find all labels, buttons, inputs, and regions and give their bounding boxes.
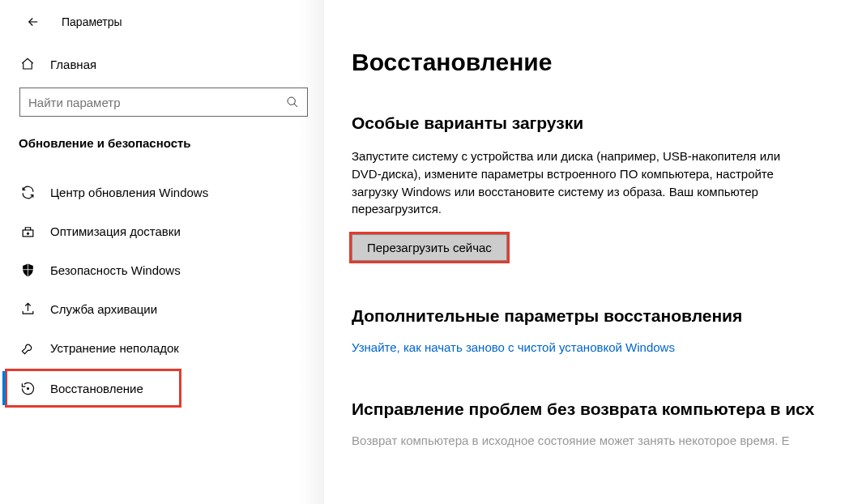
- nav-item-label: Служба архивации: [50, 302, 157, 316]
- nav-item-troubleshoot[interactable]: Устранение неполадок: [0, 328, 324, 367]
- page-title: Восстановление: [352, 49, 858, 76]
- recovery-icon: [19, 380, 36, 396]
- search-icon: [286, 96, 299, 109]
- svg-point-2: [27, 387, 28, 389]
- search-input[interactable]: [28, 96, 286, 109]
- nav-item-label: Восстановление: [50, 382, 143, 395]
- section-fix-problems: Исправление проблем без возврата компьют…: [352, 399, 858, 447]
- backup-icon: [19, 301, 36, 317]
- nav-item-label: Центр обновления Windows: [50, 186, 208, 199]
- home-icon: [19, 57, 36, 71]
- section-body: Запустите систему с устройства или диска…: [352, 147, 809, 218]
- section-heading: Дополнительные параметры восстановления: [352, 306, 858, 326]
- header-row: Параметры: [0, 6, 324, 49]
- sidebar: Параметры Главная Обновление и безопасно…: [0, 0, 324, 504]
- fresh-install-link[interactable]: Узнайте, как начать заново с чистой уста…: [352, 340, 858, 354]
- section-heading: Особые варианты загрузки: [352, 113, 858, 133]
- nav-item-recovery[interactable]: Восстановление: [5, 369, 181, 408]
- nav-home[interactable]: Главная: [0, 49, 324, 79]
- nav-item-label: Безопасность Windows: [50, 263, 181, 277]
- nav-item-backup[interactable]: Служба архивации: [0, 289, 324, 328]
- nav-item-delivery-optimization[interactable]: Оптимизация доставки: [0, 211, 324, 250]
- search-box[interactable]: [19, 88, 308, 117]
- nav-item-label: Оптимизация доставки: [50, 224, 181, 238]
- nav-item-update-center[interactable]: Центр обновления Windows: [0, 173, 324, 211]
- svg-point-0: [288, 97, 295, 105]
- section-faded-text: Возврат компьютера в исходное состояние …: [352, 434, 858, 447]
- section-heading: Исправление проблем без возврата компьют…: [352, 399, 858, 419]
- nav-item-windows-security[interactable]: Безопасность Windows: [0, 250, 324, 289]
- restart-now-button[interactable]: Перезагрузить сейчас: [352, 234, 507, 261]
- section-more-recovery: Дополнительные параметры восстановления …: [352, 306, 858, 354]
- nav-item-label: Устранение неполадок: [50, 341, 179, 355]
- sync-icon: [19, 184, 36, 200]
- header-title: Параметры: [62, 15, 122, 28]
- nav-home-label: Главная: [50, 58, 96, 71]
- sidebar-section-title: Обновление и безопасность: [0, 136, 324, 173]
- back-arrow-icon[interactable]: [19, 11, 47, 32]
- shield-icon: [19, 262, 36, 278]
- wrench-icon: [19, 340, 36, 356]
- section-advanced-startup: Особые варианты загрузки Запустите систе…: [352, 113, 858, 261]
- content-area: Восстановление Особые варианты загрузки …: [324, 0, 858, 504]
- delivery-icon: [19, 223, 36, 239]
